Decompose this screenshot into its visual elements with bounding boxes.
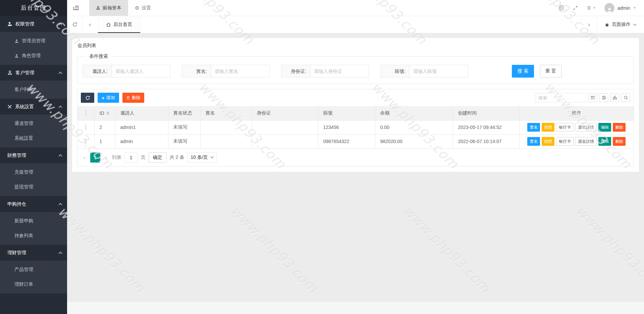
sidebar-item-admin-management[interactable]: 管理员管理: [0, 34, 67, 48]
tab-home[interactable]: 后台首页: [98, 16, 141, 33]
per-page-label: 10 条/页: [191, 154, 208, 161]
clear-cache-menu[interactable]: ▼: [587, 5, 596, 10]
sidebar-toggle-icon[interactable]: [67, 0, 85, 16]
realname-action-button[interactable]: 實名: [527, 137, 540, 146]
sidebar-group-label: 財務管理: [7, 152, 26, 159]
status-action-button[interactable]: 狀態: [542, 137, 554, 146]
sidebar-item-system-settings[interactable]: 系統設置: [0, 131, 67, 146]
refresh-button[interactable]: [81, 93, 94, 103]
reset-button[interactable]: 重 置: [540, 65, 561, 78]
bank-card-action-button[interactable]: 银行卡: [556, 137, 574, 146]
sidebar-menu: 权限管理 管理员管理 角色管理 客户管理 客户列表 系統設置: [0, 16, 67, 294]
next-page-icon[interactable]: ›: [103, 154, 109, 161]
sidebar-item-new-stock-subscription[interactable]: 新股申购: [0, 214, 67, 228]
sidebar-group-label: 理财管理: [7, 250, 26, 256]
sidebar-item-label: 系統設置: [14, 135, 33, 141]
user-icon: [14, 54, 19, 58]
delete-button-label: 删除: [132, 95, 141, 101]
row-checkbox[interactable]: [86, 138, 86, 144]
sidebar-item-withdrawal-management[interactable]: 提现管理: [0, 180, 67, 194]
header-tab-company[interactable]: 振翰资本: [89, 0, 128, 16]
column-header-account: 賬號: [318, 106, 375, 120]
chevron-up-icon: [58, 105, 62, 109]
realname-action-button[interactable]: 實名: [527, 123, 540, 132]
export-icon[interactable]: [610, 93, 619, 102]
per-page-select[interactable]: 10 条/页: [187, 152, 216, 163]
chevron-down-icon: [633, 22, 637, 26]
sidebar-group-customers[interactable]: 客户管理: [0, 65, 67, 81]
sidebar-group-wealth[interactable]: 理财管理: [0, 245, 67, 261]
sidebar-item-position-list[interactable]: 持倉列表: [0, 228, 67, 243]
sidebar-item-channel-management[interactable]: 通道管理: [0, 116, 67, 131]
sidebar-item-product-management[interactable]: 产品管理: [0, 262, 67, 277]
account-input[interactable]: [410, 65, 468, 78]
refresh-tab-icon[interactable]: [67, 16, 83, 33]
user-menu[interactable]: admin ▼: [604, 3, 636, 13]
goto-page-input[interactable]: [124, 152, 138, 163]
sidebar-group-subscription[interactable]: 申购持仓: [0, 196, 67, 212]
sidebar-item-role-management[interactable]: 角色管理: [0, 48, 67, 63]
search-button[interactable]: 搜 索: [512, 65, 534, 78]
sort-icon[interactable]: [107, 110, 109, 116]
status-action-button[interactable]: 狀態: [542, 123, 554, 132]
column-header-actions: 操作: [519, 106, 634, 120]
sidebar-group-label: 申购持仓: [7, 201, 26, 207]
scroll-tabs-left-icon[interactable]: ‹: [83, 16, 98, 33]
realname-input[interactable]: [211, 65, 270, 78]
select-all-checkbox[interactable]: [86, 110, 86, 116]
prev-page-icon[interactable]: ‹: [82, 154, 87, 161]
add-button[interactable]: + 添加: [98, 93, 119, 103]
cell-balance: 0.00: [375, 120, 453, 134]
row-actions: 實名 狀態 银行卡 資金詳情 编辑 删除: [521, 137, 632, 146]
edit-action-button[interactable]: 编辑: [598, 123, 611, 132]
row-checkbox[interactable]: [86, 124, 86, 130]
fullscreen-icon[interactable]: [573, 5, 578, 10]
column-header-created: 创建时间: [453, 106, 519, 120]
funds-detail-action-button[interactable]: 資金詳情: [575, 137, 597, 146]
globe-icon[interactable]: [558, 5, 564, 11]
bank-card-action-button[interactable]: 银行卡: [556, 123, 574, 132]
columns-filter-icon[interactable]: [588, 93, 597, 102]
idcard-label: 身份证:: [281, 65, 311, 78]
scroll-tabs-right-icon[interactable]: ›: [581, 16, 597, 33]
trash-icon: [126, 96, 130, 100]
page-operations-dropdown[interactable]: ◉ 页面操作: [597, 16, 644, 33]
table-row: 2 admin1 未填写 123456 0.00 2023-05-17 09:4…: [77, 120, 634, 134]
avatar: [604, 3, 614, 13]
user-icon: [14, 39, 19, 43]
cell-idcard: [252, 134, 318, 148]
search-buttons: 搜 索 重 置: [512, 65, 561, 78]
main-content: 会员列表 条件搜索 邀請人: 實名: 身份证:: [67, 33, 644, 314]
table-search-input[interactable]: [535, 93, 586, 102]
sidebar-item-customer-list[interactable]: 客户列表: [0, 82, 67, 97]
caret-down-icon: ▼: [593, 6, 596, 9]
member-table: ID 邀請人 實名状态 實名 身份证 賬號 余额 创建时间 操作: [77, 106, 634, 149]
sidebar-item-recharge-management[interactable]: 充值管理: [0, 165, 67, 180]
row-actions: 實名 狀態 银行卡 資金詳情 编辑 删除: [521, 123, 632, 132]
delete-button[interactable]: 删除: [122, 93, 144, 103]
sidebar-group-finance[interactable]: 財務管理: [0, 147, 67, 163]
sidebar-item-label: 通道管理: [14, 121, 33, 127]
sidebar-item-label: 理财订单: [14, 281, 33, 287]
confirm-page-button[interactable]: 确定: [149, 152, 167, 163]
inviter-input[interactable]: [112, 65, 170, 78]
funds-detail-action-button[interactable]: 資金詳情: [575, 123, 597, 132]
column-header-balance: 余额: [375, 106, 453, 120]
app-title: 后台管理: [0, 0, 67, 16]
sidebar-item-finance-orders[interactable]: 理财订单: [0, 277, 67, 292]
print-icon[interactable]: [599, 93, 608, 102]
idcard-input[interactable]: [311, 65, 369, 78]
sidebar-group-permissions[interactable]: 权限管理: [0, 16, 67, 32]
delete-action-button[interactable]: 删除: [613, 123, 626, 132]
current-page[interactable]: 1: [90, 152, 100, 163]
sidebar-group-system-settings[interactable]: 系統設置: [0, 99, 67, 115]
delete-action-button[interactable]: 删除: [613, 137, 626, 146]
header-right-cluster: ▼ admin ▼: [558, 0, 644, 16]
zoom-search-icon[interactable]: [622, 93, 630, 102]
search-legend: 条件搜索: [86, 53, 111, 59]
sidebar-item-label: 客户列表: [14, 87, 33, 93]
header-tab-settings[interactable]: ⚙ 设置: [128, 0, 158, 16]
sidebar-item-label: 管理员管理: [22, 38, 45, 44]
edit-action-button[interactable]: 编辑: [598, 137, 611, 146]
cell-inviter: admin: [115, 134, 168, 148]
